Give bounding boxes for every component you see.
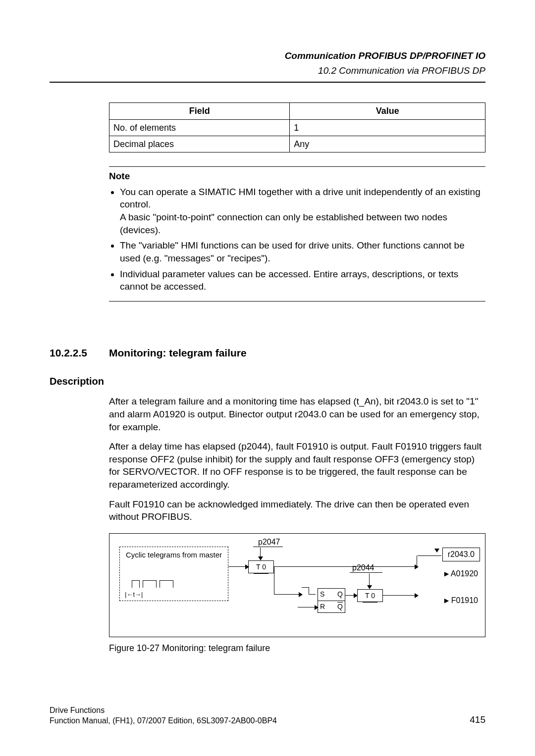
paragraph: After a delay time has elapsed (p2044), … (109, 440, 485, 491)
arrow-right-icon (274, 594, 302, 595)
flipflop-q: Q (337, 590, 343, 599)
content-column: Field Value No. of elements 1 Decimal pl… (109, 102, 485, 302)
list-item: The "variable" HMI functions can be used… (120, 239, 485, 264)
cell-field: Decimal places (109, 136, 290, 152)
field-value-table: Field Value No. of elements 1 Decimal pl… (109, 102, 485, 152)
step-down-icon (302, 587, 317, 597)
page: Communication PROFIBUS DP/PROFINET IO 10… (0, 0, 535, 756)
running-head-main: Communication PROFIBUS DP/PROFINET IO (50, 50, 485, 62)
col-field: Field (109, 103, 290, 119)
note-text: Individual parameter values can be acces… (120, 269, 458, 292)
flipflop-r: R (320, 602, 325, 611)
note-text: A basic "point-to-point" connection can … (120, 212, 447, 235)
list-item: You can operate a SIMATIC HMI together w… (120, 186, 485, 237)
section-heading: 10.2.2.5 Monitoring: telegram failure (50, 346, 485, 360)
a01920-label: ▶ A01920 (444, 568, 478, 579)
paragraph: After a telegram failure and a monitorin… (109, 395, 485, 433)
p2044-underline (350, 572, 382, 573)
section-title: Monitoring: telegram failure (109, 346, 247, 360)
p2047-underline (253, 547, 283, 547)
arrow-right-icon (298, 607, 318, 607)
note-heading: Note (109, 170, 485, 183)
timer-block-p2044: T 0 (357, 589, 383, 602)
note-list: You can operate a SIMATIC HMI together w… (109, 186, 485, 293)
f01910-label: ▶ F01910 (444, 595, 478, 606)
t-axis-label: |←t→| (125, 590, 143, 599)
figure-caption: Figure 10-27 Monitoring: telegram failur… (109, 642, 485, 654)
note-block: Note You can operate a SIMATIC HMI toget… (109, 166, 485, 302)
note-text: The "variable" HMI functions can be used… (120, 240, 465, 263)
list-item: Individual parameter values can be acces… (120, 268, 485, 293)
connector-line (417, 555, 417, 566)
arrow-down-icon (260, 548, 261, 559)
page-footer: Drive Functions Function Manual, (FH1), … (50, 706, 485, 726)
description-heading: Description (50, 375, 485, 388)
sr-flipflop: S Q R Q (318, 588, 345, 613)
col-value: Value (290, 103, 485, 119)
section-number: 10.2.2.5 (50, 346, 109, 360)
page-number: 415 (470, 713, 485, 726)
figure-diagram: Cyclic telegrams from master |←t→| p2047… (109, 533, 485, 637)
footer-line2: Function Manual, (FH1), 07/2007 Edition,… (50, 716, 277, 726)
arrow-down-icon (369, 573, 370, 588)
arrow-right-icon (383, 595, 418, 596)
paragraph: Fault F01910 can be acknowledged immedia… (109, 498, 485, 523)
arrow-right-icon (228, 566, 248, 567)
arrow-right-icon (274, 566, 418, 567)
flipflop-s: S (320, 590, 324, 599)
cell-value: Any (290, 136, 485, 152)
pulse-train-icon (132, 578, 176, 588)
p2047-label: p2047 (258, 537, 280, 548)
timer-block-p2047: T 0 (248, 560, 274, 573)
connector-line (274, 566, 274, 594)
footer-left: Drive Functions Function Manual, (FH1), … (50, 706, 277, 726)
cyclic-label: Cyclic telegrams from master (126, 551, 222, 559)
r2043-box: r2043.0 (442, 548, 480, 561)
note-text: You can operate a SIMATIC HMI together w… (120, 187, 481, 210)
running-head-sub: 10.2 Communication via PROFIBUS DP (50, 64, 485, 77)
p2044-label: p2044 (352, 562, 374, 573)
flipflop-qbar: Q (337, 602, 343, 611)
footer-line1: Drive Functions (50, 706, 277, 716)
arrow-right-icon (345, 595, 357, 596)
connector-line (418, 555, 441, 556)
table-row: No. of elements 1 (109, 119, 485, 136)
cell-value: 1 (290, 119, 485, 136)
cell-field: No. of elements (109, 119, 290, 136)
cyclic-telegrams-box: Cyclic telegrams from master |←t→| (119, 547, 228, 601)
table-row: Decimal places Any (109, 136, 485, 152)
description-body: After a telegram failure and a monitorin… (109, 395, 485, 654)
header-rule (50, 82, 485, 83)
